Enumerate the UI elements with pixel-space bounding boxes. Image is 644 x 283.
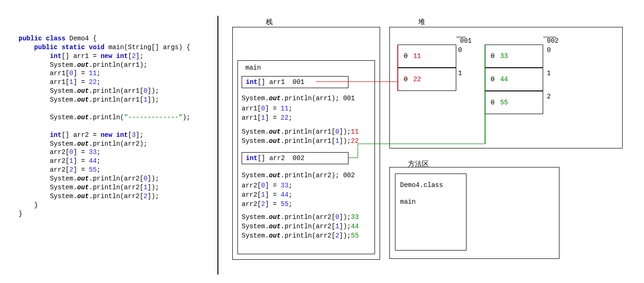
arr2-cell-1: 044 <box>485 68 543 91</box>
arr2-idx-1: 1 <box>547 70 556 77</box>
arr1-cell-0-old: 0 <box>404 52 407 60</box>
method-label: main <box>400 193 461 210</box>
arr1-cell-0-val: 11 <box>413 52 421 60</box>
out-arr1-addr: 001 <box>343 95 355 102</box>
arr2-variable-box: int[] arr2 002 <box>242 152 348 164</box>
class-file-label: Demo4.class <box>400 177 461 193</box>
arr2-cell-0-val: 33 <box>500 52 508 60</box>
main-frame-label: main <box>245 64 261 71</box>
arr2-address: 002 <box>547 37 559 45</box>
out-55: 55 <box>351 232 359 239</box>
arr2-cell-0-old: 0 <box>491 52 494 60</box>
stack-arr2-0: arr2[0] = 33; <box>242 182 292 189</box>
out-11: 11 <box>351 128 359 135</box>
arr1-idx-0: 0 <box>458 46 467 54</box>
method-area-inner-box: Demo4.class main <box>395 174 467 251</box>
arr1-variable-box: int[] arr1 001 <box>242 76 348 88</box>
arr1-address: 001 <box>460 37 472 45</box>
out-22: 22 <box>351 137 359 145</box>
stack-arr1-0: arr1[0] = 11; <box>242 105 292 112</box>
arr1-idx-1: 1 <box>458 70 467 77</box>
arr2-cell-1-old: 0 <box>491 76 494 83</box>
stack-print-arr1-1: System.out.println(arr1[1]);22 <box>242 137 359 145</box>
arr2-cell-2: 055 <box>485 91 543 114</box>
stack-print-arr2-0: System.out.println(arr2[0]);33 <box>242 213 359 221</box>
arr2-idx-0: 0 <box>547 46 556 54</box>
heap-title: 堆 <box>418 18 425 26</box>
arr2-cell-0: 033 <box>485 45 543 68</box>
arr1-cell-1: 022 <box>398 68 456 91</box>
stack-title: 栈 <box>266 18 273 26</box>
stack-print-arr1-0: System.out.println(arr1[0]);11 <box>242 128 359 135</box>
arr1-pointer-value: 001 <box>293 78 304 86</box>
out-44: 44 <box>351 223 359 230</box>
arr1-cell-1-val: 22 <box>413 76 421 83</box>
arr1-cell-0: 011 <box>398 45 456 68</box>
out-33: 33 <box>351 213 359 221</box>
stack-print-arr2-1: System.out.println(arr2[1]);44 <box>242 223 359 230</box>
stack-arr1-1: arr1[1] = 22; <box>242 114 292 122</box>
arr2-cell-1-val: 44 <box>500 76 508 83</box>
source-code: public class Demo4 { public static void … <box>19 26 191 219</box>
arr2-cell-2-val: 55 <box>500 99 508 106</box>
arr2-idx-2: 2 <box>547 93 556 100</box>
arr2-pointer-value: 002 <box>293 154 304 162</box>
stack-arr2-1: arr2[1] = 44; <box>242 191 292 199</box>
arr1-cell-1-old: 0 <box>404 76 407 83</box>
stack-print-arr1: System.out.println(arr1); 001 <box>242 95 355 102</box>
stack-print-arr2-2: System.out.println(arr2[2]);55 <box>242 232 359 239</box>
stack-arr2-2: arr2[2] = 55; <box>242 200 292 208</box>
stack-print-arr2: System.out.println(arr2); 002 <box>242 172 355 179</box>
arr2-cell-2-old: 0 <box>491 99 494 106</box>
out-arr2-addr: 002 <box>343 172 355 179</box>
vertical-divider <box>217 16 218 275</box>
